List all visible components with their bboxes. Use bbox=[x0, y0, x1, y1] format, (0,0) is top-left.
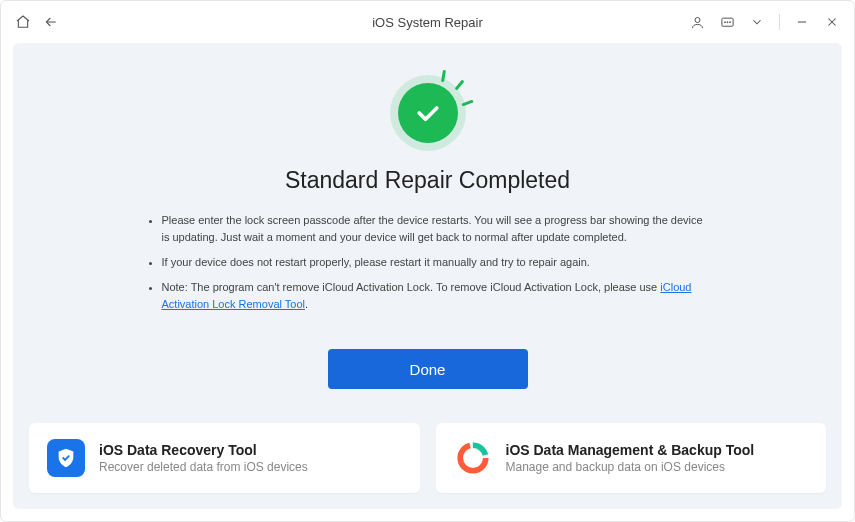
svg-point-0 bbox=[695, 17, 700, 22]
svg-point-3 bbox=[727, 21, 728, 22]
app-window: iOS System Repair bbox=[0, 0, 855, 522]
done-button[interactable]: Done bbox=[328, 349, 528, 389]
promo-card-data-management[interactable]: iOS Data Management & Backup Tool Manage… bbox=[436, 423, 827, 493]
promo-row: iOS Data Recovery Tool Recover deleted d… bbox=[29, 423, 826, 493]
titlebar-divider bbox=[779, 14, 780, 30]
window-title: iOS System Repair bbox=[372, 15, 483, 30]
promo-title: iOS Data Management & Backup Tool bbox=[506, 442, 755, 458]
chevron-down-icon[interactable] bbox=[749, 14, 765, 30]
close-icon[interactable] bbox=[824, 14, 840, 30]
promo-subtitle: Manage and backup data on iOS devices bbox=[506, 460, 755, 474]
promo-text: iOS Data Recovery Tool Recover deleted d… bbox=[99, 442, 308, 474]
circle-icon bbox=[454, 439, 492, 477]
titlebar: iOS System Repair bbox=[1, 1, 854, 43]
shield-icon bbox=[47, 439, 85, 477]
promo-title: iOS Data Recovery Tool bbox=[99, 442, 308, 458]
back-icon[interactable] bbox=[43, 14, 59, 30]
promo-card-data-recovery[interactable]: iOS Data Recovery Tool Recover deleted d… bbox=[29, 423, 420, 493]
note-prefix: Note: The program can't remove iCloud Ac… bbox=[162, 281, 661, 293]
instruction-item: Note: The program can't remove iCloud Ac… bbox=[162, 279, 708, 313]
instruction-list: Please enter the lock screen passcode af… bbox=[148, 212, 708, 321]
instruction-item: If your device does not restart properly… bbox=[162, 254, 708, 271]
note-suffix: . bbox=[305, 298, 308, 310]
minimize-icon[interactable] bbox=[794, 14, 810, 30]
instruction-item: Please enter the lock screen passcode af… bbox=[162, 212, 708, 246]
titlebar-left bbox=[15, 14, 59, 30]
svg-point-4 bbox=[729, 21, 730, 22]
feedback-icon[interactable] bbox=[719, 14, 735, 30]
promo-subtitle: Recover deleted data from iOS devices bbox=[99, 460, 308, 474]
titlebar-right bbox=[689, 14, 840, 30]
svg-point-2 bbox=[724, 21, 725, 22]
main-content: Standard Repair Completed Please enter t… bbox=[13, 43, 842, 509]
success-icon bbox=[383, 73, 473, 153]
home-icon[interactable] bbox=[15, 14, 31, 30]
user-icon[interactable] bbox=[689, 14, 705, 30]
promo-text: iOS Data Management & Backup Tool Manage… bbox=[506, 442, 755, 474]
page-title: Standard Repair Completed bbox=[285, 167, 570, 194]
